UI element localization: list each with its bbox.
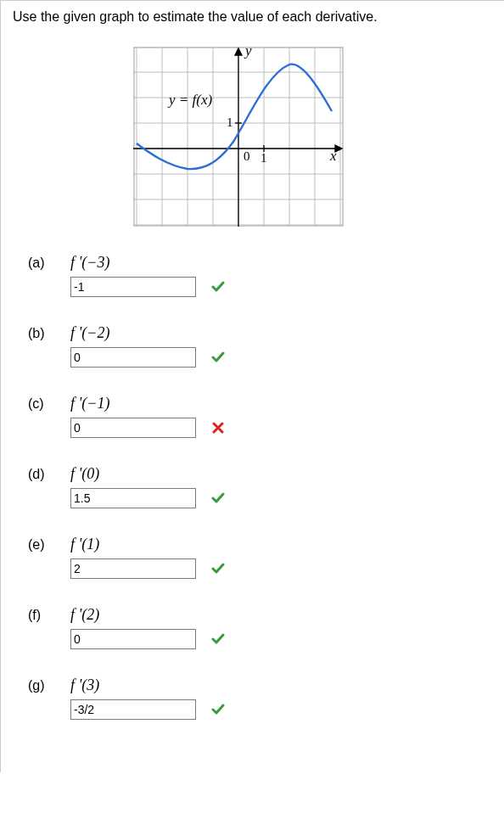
part-letter: (e) xyxy=(28,537,53,553)
part-letter: (d) xyxy=(28,467,53,482)
check-icon xyxy=(211,562,225,575)
part-letter: (f) xyxy=(28,608,53,623)
check-icon xyxy=(211,280,225,294)
part-letter: (g) xyxy=(28,678,53,693)
part-f: (f) f '(2) xyxy=(28,606,504,649)
origin-label: 0 xyxy=(244,149,250,163)
parts-list: (a) f '(−3) (b) f '(−2) (c) f '(−1) (d) xyxy=(6,254,504,720)
part-letter: (b) xyxy=(28,326,53,341)
answer-input-g[interactable] xyxy=(70,699,196,720)
part-prompt: f '(−3) xyxy=(70,254,110,272)
answer-input-b[interactable] xyxy=(70,347,196,368)
x-tick-1: 1 xyxy=(260,151,267,165)
answer-input-f[interactable] xyxy=(70,629,196,649)
check-icon xyxy=(211,351,225,364)
check-icon xyxy=(211,703,225,716)
curve-label: y = f(x) xyxy=(167,92,212,108)
check-icon xyxy=(211,491,225,505)
part-prompt: f '(−2) xyxy=(70,324,110,342)
answer-input-e[interactable] xyxy=(70,558,196,579)
part-e: (e) f '(1) xyxy=(28,536,504,579)
answer-input-d[interactable] xyxy=(70,488,196,508)
x-icon xyxy=(211,421,225,435)
question-text: Use the given graph to estimate the valu… xyxy=(6,9,504,47)
y-tick-1: 1 xyxy=(227,115,233,129)
y-axis-label: y xyxy=(244,47,252,59)
graph-svg: y x 0 1 1 y = f(x) xyxy=(133,47,344,227)
check-icon xyxy=(211,632,225,646)
part-letter: (a) xyxy=(28,255,53,271)
graph-figure: y x 0 1 1 y = f(x) i xyxy=(133,47,504,227)
part-g: (g) f '(3) xyxy=(28,676,504,720)
part-prompt: f '(1) xyxy=(70,536,99,553)
part-prompt: f '(0) xyxy=(70,465,99,483)
answer-input-c[interactable] xyxy=(70,418,196,438)
part-prompt: f '(−1) xyxy=(70,395,110,412)
part-letter: (c) xyxy=(28,396,53,412)
answer-input-a[interactable] xyxy=(70,277,196,297)
part-prompt: f '(2) xyxy=(70,606,99,624)
part-c: (c) f '(−1) xyxy=(28,395,504,438)
part-prompt: f '(3) xyxy=(70,676,99,694)
part-a: (a) f '(−3) xyxy=(28,254,504,297)
part-d: (d) f '(0) xyxy=(28,465,504,508)
part-b: (b) f '(−2) xyxy=(28,324,504,368)
x-axis-label: x xyxy=(329,148,337,164)
